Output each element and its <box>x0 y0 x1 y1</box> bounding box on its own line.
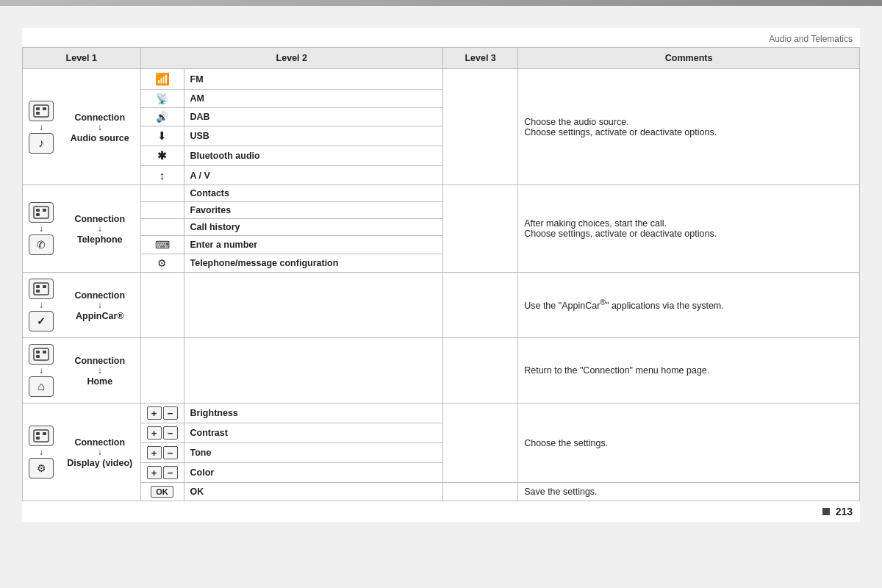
main-table: Level 1 Level 2 Level 3 Comments ↓ ♪ <box>22 47 860 501</box>
callhistory-icon-cell <box>140 219 184 236</box>
audio-source-comments: Choose the audio source.Choose settings,… <box>518 69 860 185</box>
table-row: ↓ ⚙ Connection ↓ Display (video) + − <box>23 404 860 423</box>
home-icons: ↓ ⌂ <box>23 338 60 404</box>
page-header: Audio and Telematics <box>22 28 860 47</box>
arrow-icon: ↓ <box>39 123 43 132</box>
fm-icon-cell: 📶 <box>140 69 184 90</box>
contrast-plus[interactable]: + <box>147 426 162 440</box>
ok-level3 <box>443 483 518 501</box>
display-level3 <box>443 404 518 483</box>
dab-antenna-icon: 🔊 <box>156 111 168 123</box>
svg-rect-19 <box>36 437 40 440</box>
brightness-label: Brightness <box>184 404 443 423</box>
svg-rect-5 <box>36 209 40 212</box>
color-minus[interactable]: − <box>163 466 178 479</box>
check-icon: ✓ <box>29 311 54 331</box>
ok-label: OK <box>184 483 443 501</box>
connection-icon <box>29 101 54 121</box>
brightness-plus[interactable]: + <box>147 406 162 420</box>
color-label: Color <box>184 463 443 483</box>
tone-minus[interactable]: − <box>163 446 178 459</box>
tel-config-label: Telephone/message configuration <box>184 254 443 273</box>
bluetooth-icon-cell: ✱ <box>140 146 184 166</box>
dab-label: DAB <box>184 108 443 126</box>
favorites-icon-cell <box>140 202 184 219</box>
display-comments: Choose the settings. <box>518 404 860 483</box>
connection-icon4 <box>29 344 54 365</box>
connection-icon5 <box>29 426 54 446</box>
col-header-level1: Level 1 <box>23 48 141 69</box>
arrow-icon5: ↓ <box>39 448 43 456</box>
usb-label: USB <box>184 126 443 146</box>
svg-rect-6 <box>43 209 46 212</box>
contrast-pm-cell: + − <box>140 423 184 443</box>
tone-plus[interactable]: + <box>147 446 162 459</box>
svg-rect-3 <box>36 112 40 115</box>
audio-source-label: Connection ↓ Audio source <box>60 69 140 185</box>
telephone-comments: After making choices, start the call.Cho… <box>518 185 860 273</box>
home-icon: ⌂ <box>29 376 54 397</box>
bluetooth-icon: ✱ <box>157 149 167 162</box>
home-l2-icon <box>140 338 184 404</box>
brightness-pm-cell: + − <box>140 404 184 423</box>
svg-rect-16 <box>34 430 49 442</box>
home-level3 <box>443 338 518 404</box>
appincar-comments: Use the "AppinCar®" applications via the… <box>518 273 860 338</box>
home-label: Connection ↓ Home <box>60 338 140 404</box>
arrow-icon2: ↓ <box>39 224 43 233</box>
table-row: ↓ ✆ Connection ↓ Telephone Contacts Afte… <box>23 185 860 202</box>
arrow-icon3: ↓ <box>39 301 43 309</box>
av-icon-cell: ↕ <box>140 166 184 185</box>
favorites-label: Favorites <box>184 202 443 219</box>
table-row: ↓ ✓ Connection ↓ AppinCar® Use the "Appi… <box>23 273 860 338</box>
section-title: Audio and Telematics <box>769 34 853 44</box>
dab-icon-cell: 🔊 <box>140 108 184 126</box>
svg-rect-7 <box>36 213 40 216</box>
col-header-level3: Level 3 <box>443 48 518 69</box>
svg-rect-4 <box>34 207 49 218</box>
tel-config-icon: ⚙ <box>157 257 167 269</box>
table-row: ↓ ⌂ Connection ↓ Home Return to the "Con… <box>23 338 860 404</box>
telephone-label: Connection ↓ Telephone <box>60 185 140 273</box>
contrast-minus[interactable]: − <box>163 426 178 440</box>
contacts-label: Contacts <box>184 185 443 202</box>
display-icons: ↓ ⚙ <box>23 404 60 501</box>
home-comments: Return to the "Connection" menu home pag… <box>518 338 860 404</box>
contacts-icon-cell <box>140 185 184 202</box>
keypad-icon: ⌨ <box>155 239 170 251</box>
table-row: OK OK Save the settings. <box>23 483 860 501</box>
usb-icon-cell: ⬇ <box>140 126 184 146</box>
contrast-label: Contrast <box>184 423 443 443</box>
appincar-l2-icon <box>140 273 184 338</box>
page-number: 213 <box>836 506 853 517</box>
home-l2-text <box>184 338 443 404</box>
appincar-icons: ↓ ✓ <box>23 273 60 338</box>
connection-icon2 <box>29 202 54 223</box>
svg-rect-14 <box>43 351 46 354</box>
appincar-l2-text <box>184 273 443 338</box>
appincar-level3 <box>443 273 518 338</box>
tone-label: Tone <box>184 443 443 463</box>
audio-source-icons: ↓ ♪ <box>23 69 60 185</box>
ok-button[interactable]: OK <box>151 486 173 498</box>
ok-btn-cell: OK <box>140 483 184 501</box>
svg-rect-2 <box>43 107 46 110</box>
keypad-icon-cell: ⌨ <box>140 236 184 254</box>
svg-rect-18 <box>43 432 46 435</box>
fm-label: FM <box>184 69 443 90</box>
usb-icon: ⬇ <box>157 129 167 142</box>
av-icon: ↕ <box>159 169 165 182</box>
color-plus[interactable]: + <box>147 466 162 479</box>
telephone-icons: ↓ ✆ <box>23 185 60 273</box>
table-row: ↓ ♪ Connection ↓ Audio source 📶 FM Cho <box>23 69 860 90</box>
svg-rect-11 <box>36 290 40 293</box>
connection-icon3 <box>29 279 54 299</box>
fm-antenna-icon: 📶 <box>155 73 170 85</box>
svg-rect-8 <box>34 283 49 295</box>
tel-config-icon-cell: ⚙ <box>140 254 184 273</box>
brightness-minus[interactable]: − <box>163 406 178 420</box>
music-icon: ♪ <box>29 133 54 154</box>
svg-rect-1 <box>36 107 40 110</box>
ok-comments: Save the settings. <box>518 483 860 501</box>
tone-pm-cell: + − <box>140 443 184 463</box>
